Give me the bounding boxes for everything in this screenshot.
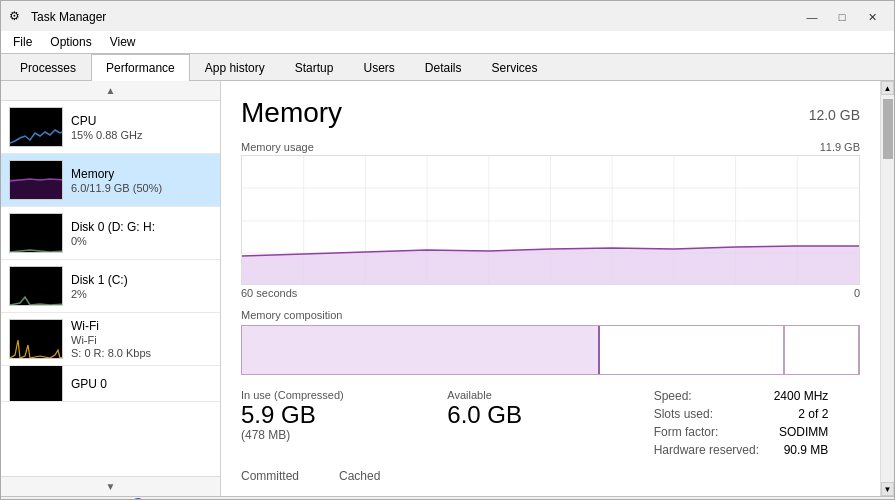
gpu0-label: GPU 0: [71, 377, 212, 391]
form-factor-row: Form factor: SODIMM: [654, 425, 829, 439]
in-use-sub: (478 MB): [241, 428, 447, 442]
wifi-info: Wi-Fi Wi-Fi S: 0 R: 8.0 Kbps: [71, 319, 212, 359]
memory-usage-section: Memory usage 11.9 GB: [241, 141, 860, 299]
form-factor-value: SODIMM: [779, 425, 828, 439]
cpu-detail: 15% 0.88 GHz: [71, 129, 212, 141]
chart-time-start: 60 seconds: [241, 287, 297, 299]
svg-rect-0: [10, 108, 63, 147]
window-title: Task Manager: [31, 10, 106, 24]
tab-users[interactable]: Users: [348, 54, 409, 81]
hw-reserved-label: Hardware reserved:: [654, 443, 764, 457]
gpu0-mini-graph: [9, 366, 63, 402]
composition-section: Memory composition: [241, 309, 860, 375]
sidebar-item-disk1[interactable]: Disk 1 (C:) 2%: [1, 260, 220, 313]
sidebar-item-cpu[interactable]: CPU 15% 0.88 GHz: [1, 101, 220, 154]
in-use-value: 5.9 GB: [241, 402, 447, 428]
sidebar-scroll-up[interactable]: ▲: [1, 81, 220, 101]
title-bar: ⚙ Task Manager — □ ✕: [1, 1, 894, 31]
scrollbar-thumb[interactable]: [883, 99, 893, 159]
memory-detail: 6.0/11.9 GB (50%): [71, 182, 212, 194]
tab-performance[interactable]: Performance: [91, 54, 190, 81]
tab-services[interactable]: Services: [477, 54, 553, 81]
main-content: ▲ CPU 15% 0.88 GHz: [1, 81, 894, 496]
available-stat: Available 6.0 GB: [447, 389, 653, 461]
detail-total-size: 12.0 GB: [809, 97, 860, 123]
sidebar-scroll-down[interactable]: ▼: [1, 476, 220, 496]
close-button[interactable]: ✕: [858, 7, 886, 27]
scrollbar-down-arrow[interactable]: ▼: [881, 482, 894, 496]
wifi-mini-graph: [9, 319, 63, 359]
wifi-sublabel: Wi-Fi: [71, 334, 212, 346]
tab-startup[interactable]: Startup: [280, 54, 349, 81]
disk1-detail: 2%: [71, 288, 212, 300]
tab-details[interactable]: Details: [410, 54, 477, 81]
tab-bar: Processes Performance App history Startu…: [1, 54, 894, 81]
chart-max: 11.9 GB: [820, 141, 860, 153]
chart-label: Memory usage: [241, 141, 314, 153]
svg-rect-5: [10, 320, 63, 359]
menu-view[interactable]: View: [102, 33, 144, 51]
chart-time-end: 0: [854, 287, 860, 299]
menu-bar: File Options View: [1, 31, 894, 54]
slots-row: Slots used: 2 of 2: [654, 407, 829, 421]
menu-file[interactable]: File: [5, 33, 40, 51]
hw-reserved-value: 90.9 MB: [784, 443, 829, 457]
scrollbar-track[interactable]: [881, 95, 894, 482]
tab-apphistory[interactable]: App history: [190, 54, 280, 81]
sidebar-item-wifi[interactable]: Wi-Fi Wi-Fi S: 0 R: 8.0 Kbps: [1, 313, 220, 366]
maximize-button[interactable]: □: [828, 7, 856, 27]
disk1-info: Disk 1 (C:) 2%: [71, 273, 212, 300]
detail-scrollbar: ▲ ▼: [880, 81, 894, 496]
svg-marker-19: [242, 246, 859, 285]
tab-processes[interactable]: Processes: [5, 54, 91, 81]
svg-rect-2: [10, 179, 63, 200]
in-use-label: In use (Compressed): [241, 389, 447, 401]
disk0-detail: 0%: [71, 235, 212, 247]
scrollbar-up-arrow[interactable]: ▲: [881, 81, 894, 95]
footer: ▲ Fewer details | Open Resource Monitor: [1, 496, 894, 500]
in-use-stat: In use (Compressed) 5.9 GB (478 MB): [241, 389, 447, 461]
cpu-info: CPU 15% 0.88 GHz: [71, 114, 212, 141]
comp-available: [600, 326, 785, 374]
memory-mini-graph: [9, 160, 63, 200]
disk1-label: Disk 1 (C:): [71, 273, 212, 287]
composition-bar: [241, 325, 860, 375]
memory-usage-chart: [241, 155, 860, 285]
svg-rect-6: [10, 366, 63, 402]
right-stats: Speed: 2400 MHz Slots used: 2 of 2 Form …: [654, 389, 860, 461]
comp-cached: [785, 326, 859, 374]
memory-info: Memory 6.0/11.9 GB (50%): [71, 167, 212, 194]
menu-options[interactable]: Options: [42, 33, 99, 51]
composition-label: Memory composition: [241, 309, 860, 321]
minimize-button[interactable]: —: [798, 7, 826, 27]
memory-label: Memory: [71, 167, 212, 181]
disk0-label: Disk 0 (D: G: H:: [71, 220, 212, 234]
sidebar-item-disk0[interactable]: Disk 0 (D: G: H: 0%: [1, 207, 220, 260]
slots-value: 2 of 2: [798, 407, 828, 421]
committed-label: Committed: [241, 469, 299, 483]
stats-row: In use (Compressed) 5.9 GB (478 MB) Avai…: [241, 389, 860, 461]
detail-header: Memory 12.0 GB: [241, 97, 860, 129]
speed-label: Speed:: [654, 389, 764, 403]
sidebar-item-memory[interactable]: Memory 6.0/11.9 GB (50%): [1, 154, 220, 207]
cpu-mini-graph: [9, 107, 63, 147]
comp-in-use: [242, 326, 600, 374]
cached-label: Cached: [339, 469, 380, 483]
hw-reserved-row: Hardware reserved: 90.9 MB: [654, 443, 829, 457]
window-controls: — □ ✕: [798, 7, 886, 27]
svg-rect-4: [10, 267, 63, 306]
wifi-detail: S: 0 R: 8.0 Kbps: [71, 347, 212, 359]
detail-panel: Memory 12.0 GB Memory usage 11.9 GB: [221, 81, 880, 496]
speed-row: Speed: 2400 MHz: [654, 389, 829, 403]
gpu0-info: GPU 0: [71, 377, 212, 391]
sidebar-item-gpu0[interactable]: GPU 0: [1, 366, 220, 402]
wifi-label: Wi-Fi: [71, 319, 212, 333]
speed-value: 2400 MHz: [774, 389, 829, 403]
disk0-info: Disk 0 (D: G: H: 0%: [71, 220, 212, 247]
disk0-mini-graph: [9, 213, 63, 253]
available-label: Available: [447, 389, 653, 401]
cpu-label: CPU: [71, 114, 212, 128]
detail-title: Memory: [241, 97, 342, 129]
available-value: 6.0 GB: [447, 402, 653, 428]
sidebar: ▲ CPU 15% 0.88 GHz: [1, 81, 221, 496]
